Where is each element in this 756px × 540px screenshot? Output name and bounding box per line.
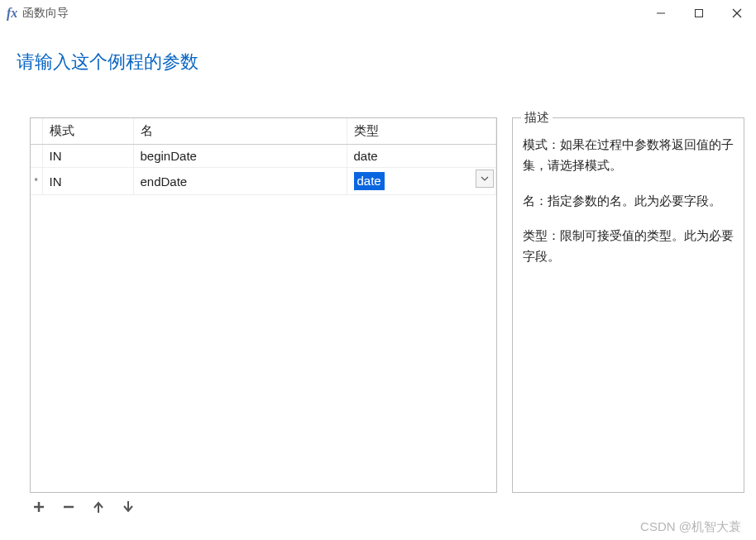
remove-row-button[interactable] — [60, 498, 78, 516]
minimize-button[interactable] — [642, 1, 680, 26]
desc-type: 类型：限制可接受值的类型。此为必要字段。 — [523, 226, 734, 267]
svg-rect-1 — [696, 10, 703, 17]
cell-mode[interactable]: IN — [42, 168, 133, 195]
chevron-down-icon — [481, 176, 489, 181]
maximize-button[interactable] — [680, 1, 718, 26]
header-type[interactable]: 类型 — [347, 118, 495, 145]
desc-name: 名：指定参数的名。此为必要字段。 — [523, 191, 734, 212]
cell-type[interactable]: date — [347, 168, 495, 195]
window-title: 函数向导 — [22, 6, 69, 21]
table-header-row: 模式 名 类型 — [31, 118, 495, 145]
header-mode[interactable]: 模式 — [42, 118, 133, 145]
header-marker — [31, 118, 42, 145]
titlebar: fx 函数向导 — [0, 0, 756, 26]
parameters-table[interactable]: 模式 名 类型 IN beginDate date * IN endDate — [31, 118, 496, 195]
type-dropdown-button[interactable] — [476, 170, 494, 188]
row-marker: * — [31, 168, 42, 195]
fx-icon: fx — [7, 6, 17, 21]
cell-name[interactable]: endDate — [133, 168, 347, 195]
cell-type-value[interactable]: date — [354, 172, 385, 190]
row-marker — [31, 145, 42, 168]
description-panel: 描述 模式：如果在过程中参数将返回值的子集，请选择模式。 名：指定参数的名。此为… — [512, 117, 744, 493]
row-toolbar — [30, 498, 756, 516]
watermark: CSDN @机智大蓑 — [640, 519, 741, 535]
cell-name[interactable]: beginDate — [133, 145, 347, 168]
page-heading: 请输入这个例程的参数 — [0, 26, 756, 74]
close-button[interactable] — [718, 1, 756, 26]
header-name[interactable]: 名 — [133, 118, 347, 145]
minus-icon — [62, 500, 75, 514]
desc-mode: 模式：如果在过程中参数将返回值的子集，请选择模式。 — [523, 135, 734, 176]
arrow-down-icon — [122, 500, 135, 514]
cell-mode[interactable]: IN — [42, 145, 133, 168]
description-label: 描述 — [521, 110, 553, 126]
plus-icon — [32, 500, 45, 514]
window-controls — [642, 1, 756, 26]
cell-type[interactable]: date — [347, 145, 495, 168]
move-down-button[interactable] — [119, 498, 137, 516]
table-row[interactable]: IN beginDate date — [31, 145, 495, 168]
add-row-button[interactable] — [30, 498, 48, 516]
move-up-button[interactable] — [89, 498, 108, 516]
table-row[interactable]: * IN endDate date — [31, 168, 495, 195]
parameters-table-panel: 模式 名 类型 IN beginDate date * IN endDate — [30, 117, 497, 493]
arrow-up-icon — [92, 500, 105, 514]
description-body: 模式：如果在过程中参数将返回值的子集，请选择模式。 名：指定参数的名。此为必要字… — [513, 118, 744, 292]
